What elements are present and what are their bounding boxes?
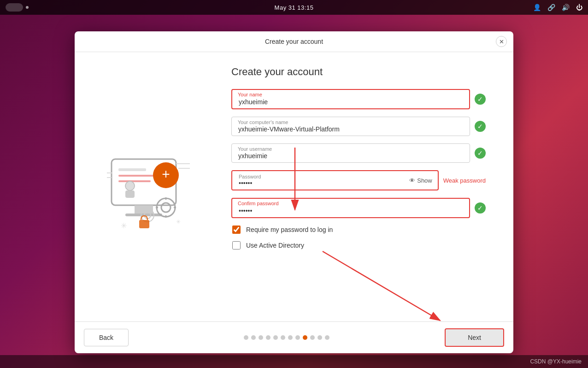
password-field-wrapper: Password 👁 Show bbox=[231, 170, 439, 190]
person-icon[interactable]: 👤 bbox=[533, 4, 541, 11]
dot-3 bbox=[259, 335, 263, 340]
require-password-label: Require my password to log in bbox=[246, 226, 333, 233]
password-inner-wrapper: Password bbox=[232, 171, 404, 190]
bottom-text: CSDN @YX-hueimie bbox=[530, 358, 582, 365]
create-account-dialog: Create your account ✕ + bbox=[75, 31, 513, 353]
confirm-password-valid-icon: ✓ bbox=[475, 202, 486, 214]
svg-point-11 bbox=[161, 203, 171, 212]
power-icon[interactable]: ⏻ bbox=[576, 4, 582, 11]
active-directory-row: Use Active Directory bbox=[231, 241, 486, 249]
svg-rect-3 bbox=[118, 168, 146, 171]
computer-name-valid-icon: ✓ bbox=[475, 121, 486, 132]
illustration-area: + bbox=[75, 52, 222, 321]
back-button[interactable]: Back bbox=[84, 329, 129, 346]
computer-name-field-group: Your computer's name ✓ bbox=[231, 117, 486, 136]
next-button[interactable]: Next bbox=[445, 328, 504, 347]
dot-9 bbox=[303, 335, 307, 340]
username-valid-icon: ✓ bbox=[475, 148, 486, 159]
username-wrapper: Your username bbox=[231, 143, 470, 163]
confirm-password-field-group: Confirm password ✓ bbox=[231, 198, 486, 218]
dot-10 bbox=[310, 335, 315, 340]
taskbar-pill bbox=[6, 3, 23, 12]
dialog-title: Create your account bbox=[265, 38, 323, 45]
svg-text:+: + bbox=[162, 166, 170, 182]
require-password-row: Require my password to log in bbox=[231, 226, 486, 234]
your-name-wrapper: Your name bbox=[231, 89, 470, 109]
svg-rect-5 bbox=[118, 180, 151, 182]
confirm-password-input[interactable] bbox=[231, 198, 470, 218]
dialog-titlebar: Create your account ✕ bbox=[75, 31, 513, 52]
bottom-bar: CSDN @YX-hueimie bbox=[0, 355, 588, 368]
username-field-group: Your username ✓ bbox=[231, 143, 486, 163]
pagination-dots bbox=[244, 335, 329, 340]
dot-7 bbox=[288, 335, 293, 340]
active-directory-checkbox[interactable] bbox=[232, 241, 241, 249]
password-field-group: Password 👁 Show Weak password bbox=[231, 170, 486, 190]
confirm-password-wrapper: Confirm password bbox=[231, 198, 470, 218]
show-password-button[interactable]: 👁 Show bbox=[404, 177, 438, 184]
dot-1 bbox=[244, 335, 248, 340]
dot-6 bbox=[281, 335, 285, 340]
close-button[interactable]: ✕ bbox=[496, 36, 507, 47]
svg-text:✳: ✳ bbox=[121, 222, 127, 230]
volume-icon[interactable]: 🔊 bbox=[562, 4, 570, 11]
password-input[interactable] bbox=[232, 171, 326, 190]
dot-12 bbox=[325, 335, 329, 340]
your-name-input[interactable] bbox=[231, 89, 470, 109]
your-name-valid-icon: ✓ bbox=[475, 94, 486, 105]
computer-name-wrapper: Your computer's name bbox=[231, 117, 470, 136]
active-directory-label: Use Active Directory bbox=[246, 242, 304, 249]
dialog-body: + bbox=[75, 52, 513, 321]
taskbar-right: 👤 🔗 🔊 ⏻ bbox=[533, 4, 582, 11]
dot-5 bbox=[273, 335, 278, 340]
form-heading: Create your account bbox=[231, 66, 486, 78]
weak-password-label: Weak password bbox=[443, 177, 486, 184]
svg-rect-9 bbox=[125, 190, 135, 198]
taskbar-datetime: May 31 13:15 bbox=[275, 4, 314, 11]
dialog-footer: Back Next bbox=[75, 321, 513, 353]
dot-2 bbox=[251, 335, 256, 340]
svg-point-10 bbox=[157, 198, 175, 217]
eye-icon: 👁 bbox=[409, 177, 415, 184]
computer-name-input[interactable] bbox=[231, 117, 470, 136]
network-icon[interactable]: 🔗 bbox=[547, 4, 555, 11]
username-input[interactable] bbox=[231, 143, 470, 163]
taskbar-dot bbox=[26, 6, 29, 9]
dot-11 bbox=[318, 335, 322, 340]
svg-point-8 bbox=[125, 181, 135, 190]
svg-rect-4 bbox=[118, 175, 155, 177]
your-name-field-group: Your name ✓ bbox=[231, 89, 486, 109]
taskbar-left bbox=[6, 3, 29, 12]
require-password-checkbox[interactable] bbox=[232, 226, 241, 234]
illustration-svg: + bbox=[93, 131, 204, 242]
dot-4 bbox=[266, 335, 270, 340]
svg-text:✳: ✳ bbox=[176, 219, 181, 225]
dot-8 bbox=[295, 335, 300, 340]
taskbar: May 31 13:15 👤 🔗 🔊 ⏻ bbox=[0, 0, 588, 15]
form-area: Create your account Your name ✓ Your com… bbox=[222, 52, 513, 321]
svg-rect-18 bbox=[139, 220, 149, 228]
